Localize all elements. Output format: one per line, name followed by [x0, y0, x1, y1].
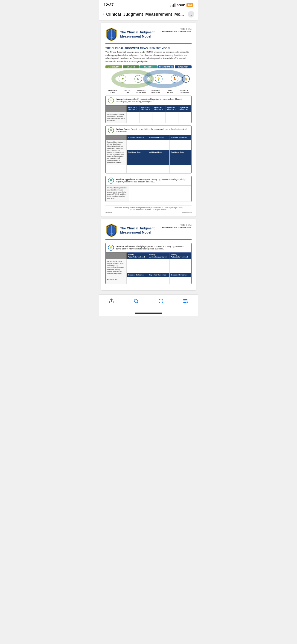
recognize-data-2[interactable] — [140, 112, 152, 123]
expected-data-3[interactable] — [170, 277, 191, 284]
cue-action-label: TAKEACTION — [163, 90, 177, 94]
prioritize-text: Prioritize Hypothesis – Evaluating and r… — [116, 178, 189, 183]
analyze-cues-text: Analyze Cues – Organizing and linking th… — [116, 128, 189, 133]
cue-evaluate-label: EVALUATEOUTCOMES — [177, 90, 192, 94]
gen-row-label: Based on the most urgent problem, what a… — [106, 259, 127, 277]
section-desc: The Clinical Judgment Measurement Model … — [106, 51, 192, 63]
col-cue2: SignificantData/Cue 2 — [140, 106, 152, 112]
more-icon — [183, 298, 188, 304]
analyze-col-3: Potential Problem 3 — [170, 135, 191, 140]
additional-col-1: Additional Data — [127, 150, 148, 165]
svg-text:1889: 1889 — [110, 233, 113, 234]
recognize-cues-box: 👁 Recognize Cues – Identify relevant and… — [106, 96, 192, 123]
page-2-number: Page 2 of 2 — [160, 224, 192, 226]
col-cue4: SignificantData/Cue 4 — [165, 106, 178, 112]
page2-header-title-block: The Clinical Judgment Measurement Model — [120, 226, 160, 234]
svg-rect-42 — [183, 302, 186, 303]
annotate-button[interactable] — [154, 297, 168, 305]
col-cue1: SignificantData/Cue 1 — [127, 106, 140, 112]
list-icon: ☰ — [110, 179, 112, 182]
recognize-cues-icon: 👁 — [108, 98, 114, 104]
svg-text:⚙: ⚙ — [137, 77, 140, 80]
gen-col-1: Priority Action/Intervention 1 — [127, 252, 148, 259]
expected-data-1[interactable] — [127, 277, 148, 284]
chamberlain-logo: 1889 — [106, 28, 118, 41]
signal-icon — [170, 4, 176, 7]
prioritize-data[interactable] — [129, 186, 191, 202]
infinity-svg: 👁 ⚙ ☰ 💡 🏃 👍 — [106, 70, 192, 88]
recognize-data-1[interactable] — [127, 112, 140, 123]
cue-take-action: TAKEACTION — [163, 90, 177, 94]
analyze-data-2[interactable] — [148, 140, 170, 150]
gen-data-3[interactable] — [170, 259, 191, 273]
expected-data-2[interactable] — [148, 277, 170, 284]
analyze-row-label: Interpret the relevant clinical data/cue… — [106, 140, 127, 165]
prioritize-table: Of the potential problems you identified… — [106, 186, 191, 202]
recognize-data-4[interactable] — [165, 112, 178, 123]
page2-header-right: Page 2 of 2 CHAMBERLAIN UNIVERSITY — [160, 224, 192, 229]
share-button[interactable] — [105, 297, 118, 305]
analyze-cues-bold: Analyze Cues — [116, 128, 128, 130]
page-1-title: The Clinical Judgment Measurement Model — [120, 30, 160, 38]
chevron-down-icon: ⌄ — [189, 12, 193, 17]
cue-analyze-label: ANALYZECUES — [120, 90, 134, 94]
status-right: 5GUC 64 — [170, 3, 194, 7]
are-there-any-label: Are there any — [106, 277, 127, 284]
cue-prioritize: PRIORITIZEHYPOTHESIS — [134, 90, 148, 94]
generate-solutions-box: 💡 Generate Solutions – Identifying expec… — [106, 243, 192, 284]
prioritize-header: ☰ Prioritize Hypothesis – Evaluating and… — [106, 176, 191, 186]
analyze-cues-icon: ⚙ — [108, 127, 114, 133]
analyze-data-1[interactable] — [127, 140, 148, 150]
gen-data-2[interactable] — [148, 259, 170, 273]
home-indicator — [99, 310, 198, 316]
additional-data-1[interactable] — [127, 165, 148, 173]
gear-icon: ⚙ — [110, 129, 112, 132]
cue-analyze: ANALYZECUES — [120, 90, 134, 94]
phase-planning: PLANNING — [140, 66, 157, 68]
prioritize-row-label: Of the potential problems you identified… — [106, 186, 129, 202]
page-1-footer: Chamberlain University | National Manage… — [106, 205, 192, 213]
prioritize-icon: ☰ — [108, 178, 114, 184]
share-icon — [109, 298, 114, 304]
header-title-block: The Clinical Judgment Measurement Model — [120, 30, 160, 38]
footer-address: Chamberlain University | National Manage… — [106, 206, 192, 209]
back-button[interactable]: ‹ — [103, 11, 104, 17]
cue-generate: GENERATESOLUTIONS — [148, 90, 163, 94]
annotate-icon — [158, 298, 164, 304]
footer-right-code: 0822pfIcpeADA — [182, 212, 192, 213]
time: 12:37 — [104, 3, 114, 7]
additional-col-3: Additional Data — [170, 150, 191, 165]
nav-chevron-button[interactable]: ⌄ — [188, 11, 194, 18]
page-2-header: 1889 The Clinical Judgment Measurement M… — [106, 224, 192, 240]
recognize-cues-header: 👁 Recognize Cues – Identify relevant and… — [106, 96, 191, 105]
section-title: THE CLINICAL JUDGMENT MEASUREMENT MODEL — [106, 47, 192, 50]
svg-text:👍: 👍 — [184, 77, 188, 81]
additional-data-3[interactable] — [170, 165, 191, 173]
svg-text:👁: 👁 — [121, 77, 124, 80]
expected-col-3: Expected Outcomes — [170, 273, 191, 277]
home-bar — [135, 312, 162, 314]
generate-solutions-icon: 💡 — [108, 244, 114, 250]
generate-solutions-header: 💡 Generate Solutions – Identifying expec… — [106, 243, 191, 252]
recognize-data-3[interactable] — [152, 112, 165, 123]
cue-recognize: RECOGNIZECUES — [106, 90, 120, 94]
additional-data-2[interactable] — [148, 165, 170, 173]
footer-row: 12-220192 0822pfIcpeADA — [106, 212, 192, 213]
network-type: 5GUC — [177, 4, 185, 7]
header-right: Page 1 of 2 CHAMBERLAIN UNIVERSITY — [160, 28, 192, 33]
analyze-data-3[interactable] — [170, 140, 191, 150]
phase-analysis: ANALYSIS — [123, 66, 140, 68]
nav-bar: ‹ Clinical_Judgment_Measurement_Mo... ⌄ — [99, 9, 198, 20]
analyze-col-1: Potential Problem 1 — [127, 135, 148, 140]
recognize-data-5[interactable] — [178, 112, 191, 123]
gen-data-1[interactable] — [127, 259, 148, 273]
recognize-cues-bold: Recognize Cues — [116, 98, 131, 100]
generate-solutions-text: Generate Solutions – Identifying expecte… — [116, 245, 189, 250]
more-button[interactable] — [179, 297, 192, 305]
nav-title: Clinical_Judgment_Measurement_Mo... — [106, 12, 188, 17]
cue-icons-row: RECOGNIZECUES ANALYZECUES PRIORITIZEHYPO… — [106, 90, 192, 94]
footer-copyright: ©2022 Chamberlain University LLC. All ri… — [106, 209, 192, 211]
search-button[interactable] — [130, 297, 142, 305]
footer-left-code: 12-220192 — [106, 212, 112, 213]
pages-container: 1889 The Clinical Judgment Measurement M… — [99, 20, 198, 292]
